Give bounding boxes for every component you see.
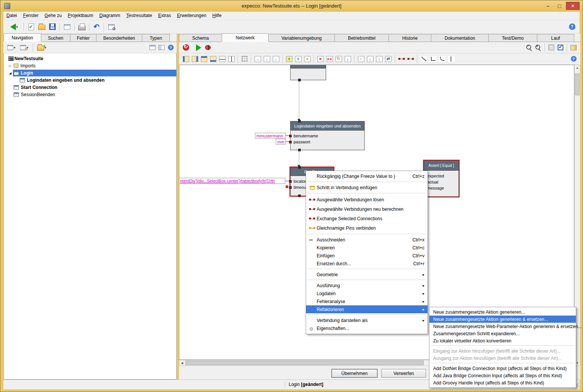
close-icon[interactable] xyxy=(566,2,580,10)
insert-step-down-icon[interactable] xyxy=(262,54,271,64)
menu-testresultate[interactable]: Testresultate xyxy=(123,12,155,20)
line-curved-icon[interactable] xyxy=(437,54,446,64)
recompute-connection-icon[interactable] xyxy=(334,54,343,64)
new-window-icon[interactable] xyxy=(62,22,72,32)
pin-align-right-icon[interactable] xyxy=(190,54,199,64)
add-input-pin-icon[interactable] xyxy=(285,54,294,64)
menu-item-undo[interactable]: Rückgängig (Change Freeze Value to ) Ctr… xyxy=(306,172,428,180)
tab-netzwerk[interactable]: Netzwerk xyxy=(222,33,269,42)
menu-item-cut[interactable]: Ausschneiden Ctrl+x xyxy=(306,236,428,244)
menu-fenster[interactable]: Fenster xyxy=(20,12,42,20)
submenu-item-add-java-bridge[interactable]: Add Java Bridge Connection Input (affect… xyxy=(429,372,576,379)
tab-schema[interactable]: Schema xyxy=(179,34,222,42)
save-icon[interactable] xyxy=(47,22,58,32)
editor-help-icon[interactable] xyxy=(569,54,578,64)
verify-document-icon[interactable] xyxy=(26,22,36,32)
step-node-assert[interactable]: Assert [ Equal ] expected actual message xyxy=(424,160,459,197)
tab-suchen[interactable]: Suchen xyxy=(41,34,70,42)
tree-edit-menu-icon[interactable] xyxy=(18,43,31,52)
tree-item-sessionbeenden[interactable]: SessionBeenden xyxy=(4,91,176,98)
menu-projektbaum[interactable]: Projektbaum xyxy=(65,12,96,20)
menu-item-ausfuehrung[interactable]: Ausführung xyxy=(306,282,428,289)
menu-item-fehleranalyse[interactable]: Fehleranalyse xyxy=(306,297,428,305)
input-pin[interactable] xyxy=(289,186,292,189)
back-icon[interactable] xyxy=(6,22,22,32)
scroll-left-icon[interactable]: ◀ xyxy=(179,360,185,366)
add-output-pin-icon[interactable] xyxy=(294,54,303,64)
menu-hilfe[interactable]: Hilfe xyxy=(209,12,224,20)
connection-line[interactable] xyxy=(299,80,299,119)
insert-step-left-icon[interactable] xyxy=(253,54,262,64)
pin-align-left-icon[interactable] xyxy=(181,54,190,64)
settings-icon[interactable] xyxy=(106,22,117,32)
step-node-partial[interactable] xyxy=(290,65,326,80)
submenu-item-generate-replace[interactable]: Neue zusammengesetzte Aktion generieren … xyxy=(429,316,576,323)
menu-item-geometrie[interactable]: Geometrie xyxy=(306,271,428,278)
swap-pins-icon[interactable] xyxy=(384,54,393,64)
value-passwort[interactable]: mm xyxy=(276,139,286,145)
grid-toggle-icon[interactable] xyxy=(547,43,556,52)
print-icon[interactable] xyxy=(76,22,87,32)
float-view-icon[interactable] xyxy=(148,43,157,52)
move-pin-down-icon[interactable] xyxy=(365,54,375,64)
submenu-item-add-dotnet-bridge[interactable]: Add DotNet Bridge Connection Input (affe… xyxy=(429,365,576,372)
horizontal-scroll-thumb[interactable] xyxy=(185,361,424,365)
tab-test-demo[interactable]: Test/Demo xyxy=(488,34,537,42)
menu-item-exchange-connections[interactable]: Exchange Selected Connections xyxy=(306,214,428,223)
zoom-out-icon[interactable]: − xyxy=(524,43,533,52)
expander-icon[interactable] xyxy=(8,71,13,75)
vertical-scroll-thumb[interactable] xyxy=(575,73,580,95)
reload-icon[interactable] xyxy=(181,43,190,52)
menu-item-replace[interactable]: Ersetzen durch... Ctrl+r xyxy=(306,260,428,268)
tree-display-menu-icon[interactable] xyxy=(5,43,18,52)
left-help-icon[interactable] xyxy=(166,43,175,52)
submenu-item-convert-local-virtual[interactable]: Zu lokaler virtueller Aktion konvertiere… xyxy=(429,337,576,344)
project-tree[interactable]: NewTestsuite Imports Login Logindaten ei… xyxy=(3,53,177,380)
tab-lauf[interactable]: Lauf xyxy=(537,34,574,42)
submenu-item-add-groovy-handle[interactable]: Add Groovy Handle Input (affects all Ste… xyxy=(429,379,576,386)
new-item-menu-icon[interactable] xyxy=(35,43,48,52)
menu-erweiterungen[interactable]: Erweiterungen xyxy=(174,12,209,20)
submenu-item-expand-step[interactable]: Zusammengesetzten Schritt expandieren... xyxy=(429,330,576,337)
submenu-item-generate-web-param[interactable]: Neue zusammengesetzte Web-Parameter-Akti… xyxy=(429,323,576,330)
title-bar[interactable]: expecco: NewTestsuite.ets -- Login [geän… xyxy=(0,0,583,12)
grid-layout-icon[interactable] xyxy=(240,54,249,64)
exec-pin[interactable] xyxy=(298,120,301,123)
remove-connection-icon[interactable] xyxy=(316,54,325,64)
menu-item-insert-step[interactable]: Schritt in Verbindung einfügen xyxy=(306,184,428,192)
line-straight-icon[interactable] xyxy=(419,54,428,64)
exec-pin[interactable] xyxy=(298,166,301,169)
pin-benutername[interactable]: benutername xyxy=(291,133,364,139)
menu-item-recompute-connections[interactable]: Ausgewählte Verbindungen neu berechnen xyxy=(306,204,428,214)
undo-icon[interactable] xyxy=(91,22,102,32)
tab-variablenumgebung[interactable]: Variablenumgebung xyxy=(268,34,335,42)
menu-extras[interactable]: Extras xyxy=(155,12,174,20)
tab-fehler[interactable]: Fehler xyxy=(70,34,96,42)
tree-item-start-connection[interactable]: Start Connection xyxy=(4,84,176,91)
expander-icon[interactable] xyxy=(8,64,13,68)
tree-item-root[interactable]: NewTestsuite xyxy=(4,55,176,62)
insert-step-right-icon[interactable] xyxy=(271,54,280,64)
pin-align-bottom-icon[interactable] xyxy=(208,54,218,64)
debug-icon[interactable] xyxy=(203,43,212,52)
scroll-up-icon[interactable]: ▲ xyxy=(575,65,580,70)
menu-diagramm[interactable]: Diagramm xyxy=(96,12,123,20)
center-horizontal-icon[interactable] xyxy=(218,54,227,64)
reorder-pins-icon[interactable] xyxy=(375,54,384,64)
apply-button[interactable]: Übernehmen xyxy=(331,369,378,378)
pin-expected[interactable]: expected xyxy=(424,173,459,179)
detach-connection-icon[interactable] xyxy=(397,54,406,64)
tab-navigation[interactable]: Navigation xyxy=(3,33,41,42)
menu-item-connect-same-pins[interactable]: Gleichnamige Pins verbinden xyxy=(306,223,428,233)
menu-item-eigenschaften[interactable]: Eigenschaften... xyxy=(306,324,428,333)
move-pin-up-icon[interactable] xyxy=(356,54,365,64)
tab-betriebsmittel[interactable]: Betriebsmittel xyxy=(334,34,389,42)
maximize-icon[interactable] xyxy=(554,2,564,10)
remove-connections-icon[interactable] xyxy=(325,54,334,64)
menu-item-verbindung-darstellen[interactable]: Verbindung darstellen als xyxy=(306,316,428,324)
panel-toggle-icon[interactable] xyxy=(569,43,578,52)
minimize-icon[interactable] xyxy=(543,2,553,10)
line-tree-icon[interactable] xyxy=(446,54,456,64)
tab-besonderheiten[interactable]: Besonderheiten xyxy=(96,34,142,42)
open-folder-icon[interactable] xyxy=(36,22,47,32)
